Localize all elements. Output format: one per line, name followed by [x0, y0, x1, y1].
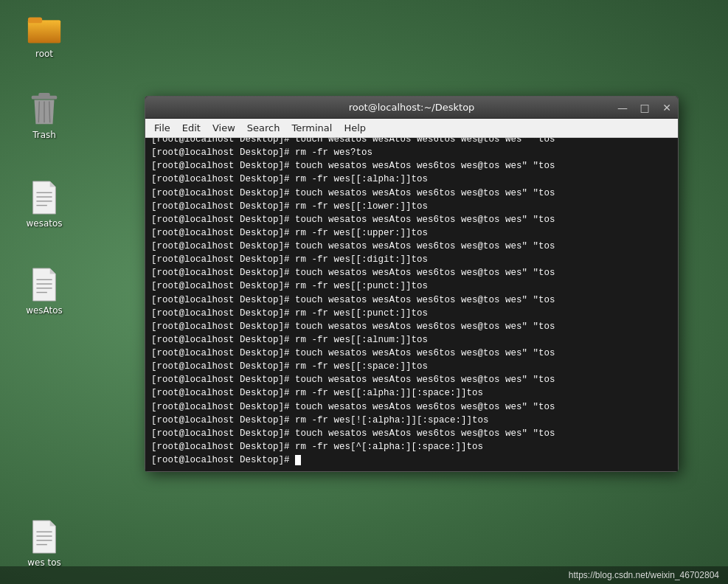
svg-line-5 — [38, 101, 39, 122]
desktop-icon-root[interactable]: root — [15, 7, 74, 62]
desktop-icon-wesatos[interactable]: wesatos — [15, 177, 74, 232]
terminal-line: [root@localhost Desktop]# rm -fr wes[[:p… — [151, 279, 672, 293]
minimize-button[interactable]: — — [611, 97, 634, 119]
terminal-line: [root@localhost Desktop]# touch wesatos … — [151, 159, 672, 173]
wesatos-icon-label: wesatos — [26, 218, 62, 229]
file-icon-westos — [27, 519, 62, 555]
wesAtos-icon-label: wesAtos — [26, 305, 63, 316]
terminal-line: [root@localhost Desktop]# rm -fr wes[[:p… — [151, 307, 672, 320]
terminal-menu-bar: File Edit View Search Terminal Help — [145, 119, 678, 138]
terminal-line: [root@localhost Desktop]# touch wesatos … — [151, 138, 672, 146]
terminal-line: [root@localhost Desktop]# touch wesatos … — [151, 347, 672, 360]
terminal-line: [root@localhost Desktop]# touch wesatos … — [151, 293, 672, 307]
menu-terminal[interactable]: Terminal — [285, 121, 338, 135]
terminal-line: [root@localhost Desktop]# rm -fr wes[[:d… — [151, 253, 672, 266]
terminal-content[interactable]: [root@localhost Desktop]# touch wesatos … — [145, 138, 678, 471]
terminal-line: [root@localhost Desktop]# rm -fr wes[![:… — [151, 414, 672, 427]
folder-icon — [27, 10, 62, 46]
terminal-line: [root@localhost Desktop]# touch wesatos … — [151, 373, 672, 386]
trash-icon-label: Trash — [32, 130, 56, 140]
terminal-line: [root@localhost Desktop]# touch wesatos … — [151, 187, 672, 200]
status-url: https://blog.csdn.net/weixin_46702804 — [569, 570, 719, 580]
terminal-window: root@localhost:~/Desktop — □ ✕ File Edit… — [145, 96, 679, 472]
desktop-icon-westos[interactable]: wes tos — [15, 516, 74, 571]
terminal-line: [root@localhost Desktop]# rm -fr wes[^[:… — [151, 440, 672, 453]
terminal-line: [root@localhost Desktop]# — [151, 453, 672, 467]
menu-view[interactable]: View — [207, 121, 241, 135]
terminal-line: [root@localhost Desktop]# touch wesatos … — [151, 320, 672, 333]
menu-file[interactable]: File — [148, 121, 176, 135]
terminal-line: [root@localhost Desktop]# touch wesatos … — [151, 400, 672, 414]
file-icon-wesatos — [27, 180, 62, 215]
file-icon-wesAtos — [27, 267, 62, 302]
svg-line-7 — [49, 101, 50, 122]
close-button[interactable]: ✕ — [656, 97, 678, 119]
trash-icon — [27, 91, 62, 127]
menu-help[interactable]: Help — [338, 121, 372, 135]
terminal-line: [root@localhost Desktop]# rm -fr wes?tos — [151, 146, 672, 159]
terminal-line: [root@localhost Desktop]# rm -fr wes[[:u… — [151, 226, 672, 240]
terminal-title: root@localhost:~/Desktop — [349, 102, 475, 113]
svg-rect-2 — [28, 18, 42, 24]
status-bar: https://blog.csdn.net/weixin_46702804 — [0, 566, 728, 584]
window-controls: — □ ✕ — [611, 97, 678, 119]
terminal-line: [root@localhost Desktop]# rm -fr wes[[:a… — [151, 386, 672, 400]
root-icon-label: root — [35, 49, 53, 59]
menu-edit[interactable]: Edit — [176, 121, 207, 135]
terminal-cursor — [295, 455, 301, 465]
svg-rect-1 — [28, 20, 60, 43]
terminal-line: [root@localhost Desktop]# rm -fr wes[[:a… — [151, 333, 672, 347]
terminal-line: [root@localhost Desktop]# rm -fr wes[[:a… — [151, 173, 672, 186]
terminal-line: [root@localhost Desktop]# rm -fr wes[[:l… — [151, 200, 672, 213]
terminal-line: [root@localhost Desktop]# touch wesatos … — [151, 213, 672, 226]
svg-rect-4 — [38, 93, 49, 97]
maximize-button[interactable]: □ — [634, 97, 656, 119]
desktop-icon-wesAtos[interactable]: wesAtos — [15, 264, 74, 319]
terminal-line: [root@localhost Desktop]# touch wesatos … — [151, 266, 672, 279]
terminal-line: [root@localhost Desktop]# touch wesatos … — [151, 427, 672, 440]
menu-search[interactable]: Search — [241, 121, 286, 135]
terminal-line: [root@localhost Desktop]# rm -fr wes[[:s… — [151, 360, 672, 373]
desktop-icon-trash[interactable]: Trash — [15, 88, 74, 143]
terminal-title-bar: root@localhost:~/Desktop — □ ✕ — [145, 97, 678, 119]
terminal-line: [root@localhost Desktop]# touch wesatos … — [151, 240, 672, 253]
